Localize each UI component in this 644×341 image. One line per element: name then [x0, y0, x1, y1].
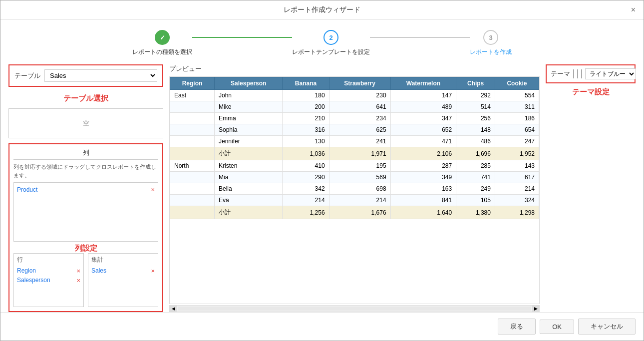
- table-select-title: テーブル選択: [8, 94, 163, 103]
- scroll-track[interactable]: [178, 307, 531, 311]
- step-connector-2: [370, 37, 470, 38]
- cell-region: [170, 124, 215, 136]
- table-row: 小計1,0361,9712,1061,6961,952: [170, 147, 539, 160]
- table-row: Mike200641489514311: [170, 101, 539, 113]
- cell-value: 214: [495, 183, 539, 195]
- cell-person: 小計: [215, 206, 283, 219]
- agg-tag-sales: Sales ×: [91, 266, 155, 276]
- cell-person: Mia: [215, 172, 283, 183]
- cell-value: 290: [283, 172, 329, 183]
- cell-value: 214: [283, 195, 329, 206]
- scroll-right-arrow[interactable]: ▶: [532, 305, 539, 312]
- cell-value: 1,640: [390, 206, 456, 219]
- cell-value: 311: [495, 101, 539, 113]
- horizontal-scrollbar[interactable]: ◀ ▶: [169, 305, 540, 312]
- cell-value: 410: [283, 160, 329, 172]
- cell-value: 316: [283, 124, 329, 136]
- cell-region: [170, 136, 215, 147]
- col-config-main: 行 Region × Salesperson × 集計: [13, 253, 158, 308]
- remove-product-icon[interactable]: ×: [151, 186, 155, 193]
- preview-panel: プレビュー Region Salesperson Banana Strawber…: [169, 64, 540, 312]
- rows-field[interactable]: 行 Region × Salesperson ×: [13, 253, 84, 308]
- step-1: ✓ レポートの種類を選択: [132, 30, 192, 56]
- cell-value: 641: [329, 101, 390, 113]
- table-row: Emma210234347256186: [170, 113, 539, 124]
- row-tag-salesperson: Salesperson ×: [17, 276, 80, 285]
- column-config-section: 列 列を対応する領域にドラッグしてクロスレポートを作成します。 Product …: [8, 143, 163, 312]
- ok-button[interactable]: OK: [540, 320, 574, 334]
- cell-value: 163: [390, 183, 456, 195]
- data-table: Region Salesperson Banana Strawberry Wat…: [170, 77, 539, 219]
- step-1-circle: ✓: [155, 30, 170, 45]
- th-banana: Banana: [283, 77, 329, 90]
- cell-value: 214: [329, 195, 390, 206]
- cell-region: [170, 195, 215, 206]
- columns-field[interactable]: Product ×: [13, 182, 158, 242]
- cell-person: Eva: [215, 195, 283, 206]
- cell-value: 105: [456, 195, 495, 206]
- theme-title: テーマ設定: [546, 87, 636, 97]
- step-2: 2 レポートテンプレートを設定: [292, 30, 370, 56]
- table-row: Sophia316625652148654: [170, 124, 539, 136]
- table-wrapper[interactable]: Region Salesperson Banana Strawberry Wat…: [169, 76, 540, 304]
- step-2-label: レポートテンプレートを設定: [292, 48, 370, 56]
- cell-value: 247: [495, 136, 539, 147]
- cell-region: [170, 147, 215, 160]
- cell-person: Sophia: [215, 124, 283, 136]
- cell-value: 130: [283, 136, 329, 147]
- table-row: Mia290569349741617: [170, 172, 539, 183]
- remove-salesperson-icon[interactable]: ×: [76, 277, 80, 284]
- close-button[interactable]: ×: [631, 5, 636, 14]
- cell-value: 200: [283, 101, 329, 113]
- step-1-label: レポートの種類を選択: [132, 48, 192, 56]
- step-connector-1: [192, 37, 292, 38]
- steps-bar: ✓ レポートの種類を選択 2 レポートテンプレートを設定 3 レポートを作成: [0, 20, 644, 64]
- cell-region: [170, 101, 215, 113]
- right-panel: テーマ ライトブルー ダーク ライト テーマ設定: [546, 64, 636, 312]
- cell-value: 654: [495, 124, 539, 136]
- cell-value: 1,952: [495, 147, 539, 160]
- col-config-header: 列: [13, 148, 158, 160]
- back-button[interactable]: 戻る: [498, 319, 536, 335]
- cell-value: 292: [456, 90, 495, 101]
- column-tag-product: Product ×: [17, 185, 155, 194]
- theme-swatch-black[interactable]: [577, 69, 578, 78]
- theme-swatch-light[interactable]: [581, 69, 582, 78]
- theme-select[interactable]: ライトブルー ダーク ライト: [585, 68, 636, 79]
- th-cookie: Cookie: [495, 77, 539, 90]
- agg-field[interactable]: 集計 Sales ×: [88, 253, 158, 308]
- th-watermelon: Watermelon: [390, 77, 456, 90]
- cell-value: 230: [329, 90, 390, 101]
- cell-value: 186: [495, 113, 539, 124]
- cell-value: 180: [283, 90, 329, 101]
- col-config-title: 列設定: [13, 244, 158, 253]
- cell-value: 347: [390, 113, 456, 124]
- table-header-row: Region Salesperson Banana Strawberry Wat…: [170, 77, 539, 90]
- cell-value: 1,036: [283, 147, 329, 160]
- table-select[interactable]: Sales: [44, 69, 157, 82]
- theme-swatch-blue[interactable]: [573, 69, 574, 78]
- cell-value: 1,380: [456, 206, 495, 219]
- col-config-desc: 列を対応する領域にドラッグしてクロスレポートを作成します。: [13, 163, 158, 179]
- scroll-left-arrow[interactable]: ◀: [170, 305, 177, 312]
- content-area: テーブル Sales テーブル選択 空 列 列を対応する領域にドラッグしてクロス…: [0, 64, 644, 312]
- cell-region: [170, 183, 215, 195]
- remove-sales-icon[interactable]: ×: [151, 267, 155, 275]
- remove-region-icon[interactable]: ×: [76, 267, 80, 275]
- table-row: Jennifer130241471486247: [170, 136, 539, 147]
- left-panel: テーブル Sales テーブル選択 空 列 列を対応する領域にドラッグしてクロス…: [8, 64, 163, 312]
- cell-value: 2,106: [390, 147, 456, 160]
- cell-region: North: [170, 160, 215, 172]
- title-bar: レポート作成ウィザード ×: [0, 0, 644, 20]
- cell-value: 143: [495, 160, 539, 172]
- cell-person: 小計: [215, 147, 283, 160]
- rows-header: 行: [17, 256, 80, 264]
- cell-region: [170, 172, 215, 183]
- th-salesperson: Salesperson: [215, 77, 283, 90]
- cell-value: 741: [456, 172, 495, 183]
- table-row: Bella342698163249214: [170, 183, 539, 195]
- cell-person: Kristen: [215, 160, 283, 172]
- table-body: EastJohn180230147292554Mike2006414895143…: [170, 90, 539, 219]
- step-3: 3 レポートを作成: [470, 30, 512, 56]
- cancel-button[interactable]: キャンセル: [578, 319, 636, 335]
